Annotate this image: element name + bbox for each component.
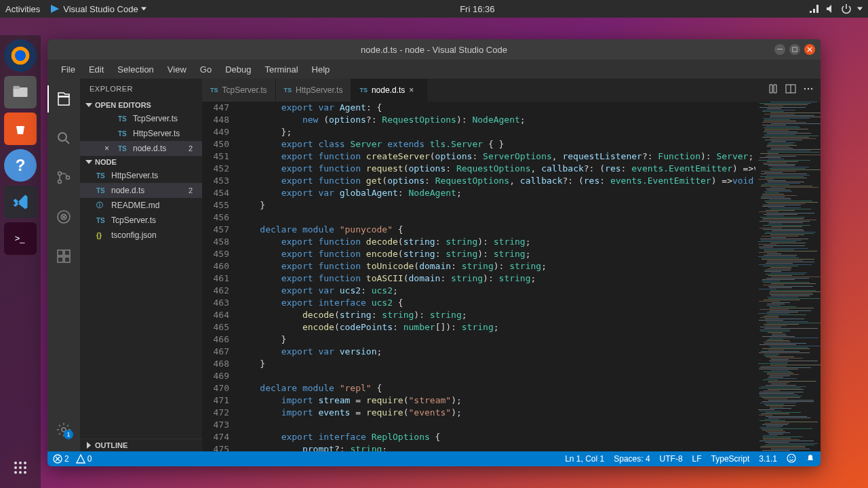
activity-explorer[interactable] [47, 85, 80, 113]
settings-badge: 1 [64, 430, 73, 439]
status-feedback-icon[interactable] [787, 453, 796, 465]
project-file-item[interactable]: ⓘREADME.md [80, 198, 202, 213]
volume-icon[interactable] [825, 3, 835, 14]
activity-debug[interactable] [47, 203, 80, 230]
svg-point-19 [58, 180, 62, 184]
svg-point-17 [58, 133, 66, 141]
project-file-item[interactable]: TSHttpServer.ts [80, 168, 202, 183]
statusbar: 2 0 Ln 1, Col 1 Spaces: 4 UTF-8 LF TypeS… [47, 451, 821, 466]
window-minimize[interactable] [774, 44, 785, 55]
project-file-item[interactable]: TSnode.d.ts2 [80, 183, 202, 198]
menu-debug[interactable]: Debug [220, 62, 256, 77]
current-app-menu[interactable]: Visual Studio Code [50, 3, 146, 14]
menu-terminal[interactable]: Terminal [259, 62, 303, 77]
svg-point-6 [14, 462, 17, 464]
menu-view[interactable]: View [162, 62, 192, 77]
chevron-down-icon [857, 6, 863, 12]
svg-point-9 [14, 466, 17, 469]
svg-point-18 [58, 172, 62, 176]
svg-point-8 [24, 462, 26, 464]
svg-rect-25 [58, 257, 63, 262]
editor-area: TSTcpServer.tsTSHttpServer.tsTSnode.d.ts… [202, 79, 821, 451]
activities-button[interactable]: Activities [5, 4, 40, 14]
split-editor-icon[interactable] [785, 83, 796, 97]
svg-rect-16 [793, 47, 797, 52]
menu-edit[interactable]: Edit [83, 62, 109, 77]
menu-go[interactable]: Go [195, 62, 217, 77]
status-lncol[interactable]: Ln 1, Col 1 [565, 454, 604, 464]
compare-changes-icon[interactable] [768, 83, 778, 97]
gnome-topbar: Activities Visual Studio Code Fri 16:36 [0, 0, 868, 18]
svg-point-14 [24, 471, 26, 474]
svg-point-36 [792, 456, 793, 458]
status-errors[interactable]: 2 [53, 454, 69, 464]
svg-point-31 [808, 88, 809, 89]
more-actions-icon[interactable] [803, 83, 814, 97]
dock-show-apps[interactable] [4, 451, 37, 484]
editor-tab[interactable]: TSHttpServer.ts [276, 79, 352, 102]
window-close[interactable] [804, 44, 815, 55]
status-lang[interactable]: TypeScript [711, 454, 750, 464]
ubuntu-dock: ? >_ [0, 35, 41, 488]
open-editor-item[interactable]: ×TSTcpServer.ts [80, 111, 202, 126]
activity-scm[interactable] [47, 164, 80, 191]
dock-help[interactable]: ? [4, 149, 37, 182]
activity-bar: 1 [47, 79, 80, 451]
dock-firefox[interactable] [4, 39, 37, 72]
svg-point-35 [789, 456, 791, 458]
clock[interactable]: Fri 16:36 [146, 4, 808, 14]
project-file-item[interactable]: TSTcpServer.ts [80, 213, 202, 228]
svg-point-12 [14, 471, 17, 474]
section-node[interactable]: NODE [80, 156, 202, 168]
svg-point-20 [66, 176, 70, 180]
dock-software[interactable] [4, 113, 37, 145]
minimap[interactable] [755, 102, 821, 451]
status-bell-icon[interactable] [806, 453, 815, 465]
status-tsversion[interactable]: 3.1.1 [759, 454, 777, 464]
vscode-window: node.d.ts - node - Visual Studio Code Fi… [47, 39, 821, 466]
svg-point-30 [804, 88, 806, 89]
editor-tabs: TSTcpServer.tsTSHttpServer.tsTSnode.d.ts… [202, 79, 821, 102]
dock-vscode[interactable] [4, 186, 37, 218]
svg-point-1 [15, 50, 26, 61]
dock-terminal[interactable]: >_ [4, 222, 37, 255]
svg-point-13 [19, 471, 22, 474]
svg-text:>_: >_ [15, 233, 25, 243]
project-file-item[interactable]: {}tsconfig.json [80, 228, 202, 243]
sidebar-explorer: EXPLORER OPEN EDITORS ×TSTcpServer.ts×TS… [80, 79, 202, 451]
editor-tab[interactable]: TSnode.d.ts× [351, 79, 427, 102]
svg-point-11 [24, 466, 26, 469]
menu-help[interactable]: Help [307, 62, 336, 77]
sidebar-title: EXPLORER [80, 79, 202, 99]
titlebar[interactable]: node.d.ts - node - Visual Studio Code [47, 39, 821, 60]
network-icon[interactable] [808, 3, 819, 14]
svg-rect-3 [14, 86, 20, 89]
power-icon[interactable] [841, 3, 852, 14]
code-editor[interactable]: 4474484494504514524534544554564574584594… [202, 102, 755, 451]
editor-tab[interactable]: TSTcpServer.ts [202, 79, 276, 102]
open-editor-item[interactable]: ×TSnode.d.ts2 [80, 141, 202, 156]
status-spaces[interactable]: Spaces: 4 [614, 454, 650, 464]
svg-rect-15 [777, 49, 783, 49]
svg-point-32 [811, 88, 812, 89]
section-outline[interactable]: OUTLINE [80, 439, 202, 451]
menubar: File Edit Selection View Go Debug Termin… [47, 60, 821, 79]
status-encoding[interactable]: UTF-8 [660, 454, 683, 464]
section-open-editors[interactable]: OPEN EDITORS [80, 99, 202, 111]
status-eol[interactable]: LF [692, 454, 702, 464]
activity-search[interactable] [47, 125, 80, 152]
window-maximize[interactable] [789, 44, 800, 55]
svg-rect-26 [64, 257, 70, 262]
svg-point-34 [787, 454, 795, 462]
status-warnings[interactable]: 0 [76, 454, 92, 464]
svg-rect-24 [64, 250, 70, 256]
svg-point-10 [19, 466, 22, 469]
open-editor-item[interactable]: ×TSHttpServer.ts [80, 126, 202, 141]
menu-selection[interactable]: Selection [112, 62, 159, 77]
window-title: node.d.ts - node - Visual Studio Code [47, 45, 821, 55]
activity-extensions[interactable] [47, 243, 80, 270]
svg-rect-23 [58, 250, 63, 256]
activity-settings[interactable]: 1 [47, 416, 80, 443]
dock-files[interactable] [4, 76, 37, 108]
menu-file[interactable]: File [56, 62, 81, 77]
